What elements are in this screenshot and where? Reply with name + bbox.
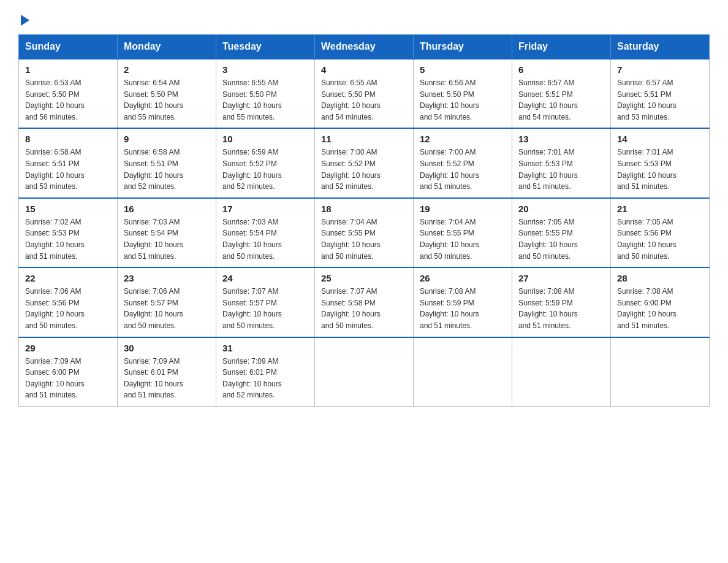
day-info: Sunrise: 7:02 AMSunset: 5:53 PMDaylight:… bbox=[25, 218, 85, 261]
day-number: 16 bbox=[124, 204, 210, 214]
day-number: 29 bbox=[25, 343, 111, 353]
calendar-day-cell: 19 Sunrise: 7:04 AMSunset: 5:55 PMDaylig… bbox=[414, 198, 512, 267]
day-info: Sunrise: 7:03 AMSunset: 5:54 PMDaylight:… bbox=[222, 218, 282, 261]
day-number: 18 bbox=[321, 204, 407, 214]
day-info: Sunrise: 6:54 AMSunset: 5:50 PMDaylight:… bbox=[124, 79, 183, 121]
calendar-day-cell: 2 Sunrise: 6:54 AMSunset: 5:50 PMDayligh… bbox=[118, 59, 216, 128]
calendar-week-row: 15 Sunrise: 7:02 AMSunset: 5:53 PMDaylig… bbox=[19, 198, 710, 267]
day-info: Sunrise: 7:01 AMSunset: 5:53 PMDaylight:… bbox=[617, 148, 677, 191]
day-number: 21 bbox=[617, 204, 703, 214]
calendar-day-cell bbox=[414, 337, 512, 407]
calendar-day-cell bbox=[512, 337, 611, 407]
calendar-header-saturday: Saturday bbox=[611, 35, 710, 59]
day-info: Sunrise: 6:56 AMSunset: 5:50 PMDaylight:… bbox=[420, 79, 479, 121]
calendar-day-cell: 21 Sunrise: 7:05 AMSunset: 5:56 PMDaylig… bbox=[611, 198, 710, 267]
calendar-header-sunday: Sunday bbox=[19, 35, 118, 59]
day-info: Sunrise: 7:07 AMSunset: 5:58 PMDaylight:… bbox=[321, 287, 381, 330]
day-number: 19 bbox=[420, 204, 506, 214]
day-info: Sunrise: 7:05 AMSunset: 5:55 PMDaylight:… bbox=[518, 218, 578, 261]
day-info: Sunrise: 7:05 AMSunset: 5:56 PMDaylight:… bbox=[617, 218, 677, 261]
calendar-day-cell: 8 Sunrise: 6:58 AMSunset: 5:51 PMDayligh… bbox=[19, 128, 118, 197]
day-number: 31 bbox=[222, 343, 308, 353]
day-number: 13 bbox=[518, 134, 604, 144]
calendar-day-cell: 1 Sunrise: 6:53 AMSunset: 5:50 PMDayligh… bbox=[19, 59, 118, 128]
calendar-day-cell: 25 Sunrise: 7:07 AMSunset: 5:58 PMDaylig… bbox=[315, 267, 414, 337]
calendar-day-cell: 15 Sunrise: 7:02 AMSunset: 5:53 PMDaylig… bbox=[19, 198, 118, 267]
calendar-table: SundayMondayTuesdayWednesdayThursdayFrid… bbox=[18, 34, 710, 407]
day-number: 14 bbox=[617, 134, 703, 144]
calendar-day-cell: 18 Sunrise: 7:04 AMSunset: 5:55 PMDaylig… bbox=[315, 198, 414, 267]
calendar-day-cell: 6 Sunrise: 6:57 AMSunset: 5:51 PMDayligh… bbox=[512, 59, 611, 128]
day-number: 1 bbox=[25, 64, 111, 75]
day-number: 25 bbox=[321, 273, 407, 283]
calendar-day-cell: 7 Sunrise: 6:57 AMSunset: 5:51 PMDayligh… bbox=[611, 59, 710, 128]
calendar-day-cell: 22 Sunrise: 7:06 AMSunset: 5:56 PMDaylig… bbox=[19, 267, 118, 337]
calendar-day-cell: 10 Sunrise: 6:59 AMSunset: 5:52 PMDaylig… bbox=[216, 128, 315, 197]
day-info: Sunrise: 7:04 AMSunset: 5:55 PMDaylight:… bbox=[321, 218, 381, 261]
day-info: Sunrise: 7:06 AMSunset: 5:56 PMDaylight:… bbox=[25, 287, 85, 330]
day-number: 27 bbox=[518, 273, 604, 283]
calendar-day-cell: 30 Sunrise: 7:09 AMSunset: 6:01 PMDaylig… bbox=[118, 337, 216, 407]
day-info: Sunrise: 6:58 AMSunset: 5:51 PMDaylight:… bbox=[124, 148, 183, 191]
day-number: 2 bbox=[124, 64, 210, 75]
day-info: Sunrise: 7:09 AMSunset: 6:01 PMDaylight:… bbox=[222, 357, 282, 400]
day-number: 15 bbox=[25, 204, 111, 214]
calendar-day-cell: 31 Sunrise: 7:09 AMSunset: 6:01 PMDaylig… bbox=[216, 337, 315, 407]
day-info: Sunrise: 7:08 AMSunset: 5:59 PMDaylight:… bbox=[420, 287, 479, 330]
day-number: 24 bbox=[222, 273, 308, 283]
day-number: 28 bbox=[617, 273, 703, 283]
logo-top bbox=[18, 12, 29, 26]
day-info: Sunrise: 6:53 AMSunset: 5:50 PMDaylight:… bbox=[25, 79, 85, 121]
calendar-day-cell: 28 Sunrise: 7:08 AMSunset: 6:00 PMDaylig… bbox=[611, 267, 710, 337]
day-info: Sunrise: 6:55 AMSunset: 5:50 PMDaylight:… bbox=[222, 79, 282, 121]
calendar-header-monday: Monday bbox=[118, 35, 216, 59]
calendar-day-cell: 20 Sunrise: 7:05 AMSunset: 5:55 PMDaylig… bbox=[512, 198, 611, 267]
day-info: Sunrise: 6:59 AMSunset: 5:52 PMDaylight:… bbox=[222, 148, 282, 191]
calendar-header-wednesday: Wednesday bbox=[315, 35, 414, 59]
calendar-day-cell: 26 Sunrise: 7:08 AMSunset: 5:59 PMDaylig… bbox=[414, 267, 512, 337]
calendar-week-row: 29 Sunrise: 7:09 AMSunset: 6:00 PMDaylig… bbox=[19, 337, 710, 407]
calendar-day-cell: 3 Sunrise: 6:55 AMSunset: 5:50 PMDayligh… bbox=[216, 59, 315, 128]
calendar-header-thursday: Thursday bbox=[414, 35, 512, 59]
day-number: 8 bbox=[25, 134, 111, 144]
calendar-header-row: SundayMondayTuesdayWednesdayThursdayFrid… bbox=[19, 35, 710, 59]
day-number: 12 bbox=[420, 134, 506, 144]
page-header bbox=[18, 12, 710, 23]
day-info: Sunrise: 7:01 AMSunset: 5:53 PMDaylight:… bbox=[518, 148, 578, 191]
day-number: 3 bbox=[222, 64, 308, 75]
calendar-day-cell: 27 Sunrise: 7:08 AMSunset: 5:59 PMDaylig… bbox=[512, 267, 611, 337]
calendar-day-cell bbox=[315, 337, 414, 407]
logo bbox=[18, 12, 29, 23]
day-number: 17 bbox=[222, 204, 308, 214]
calendar-day-cell: 4 Sunrise: 6:55 AMSunset: 5:50 PMDayligh… bbox=[315, 59, 414, 128]
day-info: Sunrise: 6:58 AMSunset: 5:51 PMDaylight:… bbox=[25, 148, 85, 191]
calendar-week-row: 1 Sunrise: 6:53 AMSunset: 5:50 PMDayligh… bbox=[19, 59, 710, 128]
calendar-day-cell: 23 Sunrise: 7:06 AMSunset: 5:57 PMDaylig… bbox=[118, 267, 216, 337]
day-info: Sunrise: 7:08 AMSunset: 5:59 PMDaylight:… bbox=[518, 287, 578, 330]
calendar-week-row: 22 Sunrise: 7:06 AMSunset: 5:56 PMDaylig… bbox=[19, 267, 710, 337]
day-number: 6 bbox=[518, 64, 604, 75]
day-info: Sunrise: 7:06 AMSunset: 5:57 PMDaylight:… bbox=[124, 287, 183, 330]
calendar-day-cell: 9 Sunrise: 6:58 AMSunset: 5:51 PMDayligh… bbox=[118, 128, 216, 197]
day-number: 10 bbox=[222, 134, 308, 144]
calendar-day-cell: 13 Sunrise: 7:01 AMSunset: 5:53 PMDaylig… bbox=[512, 128, 611, 197]
day-info: Sunrise: 7:08 AMSunset: 6:00 PMDaylight:… bbox=[617, 287, 677, 330]
calendar-day-cell: 11 Sunrise: 7:00 AMSunset: 5:52 PMDaylig… bbox=[315, 128, 414, 197]
calendar-week-row: 8 Sunrise: 6:58 AMSunset: 5:51 PMDayligh… bbox=[19, 128, 710, 197]
logo-triangle-icon bbox=[21, 15, 29, 26]
day-number: 23 bbox=[124, 273, 210, 283]
calendar-day-cell: 24 Sunrise: 7:07 AMSunset: 5:57 PMDaylig… bbox=[216, 267, 315, 337]
calendar-day-cell: 5 Sunrise: 6:56 AMSunset: 5:50 PMDayligh… bbox=[414, 59, 512, 128]
day-number: 30 bbox=[124, 343, 210, 353]
day-info: Sunrise: 6:57 AMSunset: 5:51 PMDaylight:… bbox=[617, 79, 677, 121]
calendar-header-friday: Friday bbox=[512, 35, 611, 59]
day-info: Sunrise: 7:09 AMSunset: 6:00 PMDaylight:… bbox=[25, 357, 85, 400]
calendar-day-cell: 16 Sunrise: 7:03 AMSunset: 5:54 PMDaylig… bbox=[118, 198, 216, 267]
calendar-day-cell: 14 Sunrise: 7:01 AMSunset: 5:53 PMDaylig… bbox=[611, 128, 710, 197]
day-info: Sunrise: 6:55 AMSunset: 5:50 PMDaylight:… bbox=[321, 79, 381, 121]
day-number: 26 bbox=[420, 273, 506, 283]
calendar-day-cell bbox=[611, 337, 710, 407]
calendar-day-cell: 29 Sunrise: 7:09 AMSunset: 6:00 PMDaylig… bbox=[19, 337, 118, 407]
calendar-day-cell: 17 Sunrise: 7:03 AMSunset: 5:54 PMDaylig… bbox=[216, 198, 315, 267]
day-info: Sunrise: 7:04 AMSunset: 5:55 PMDaylight:… bbox=[420, 218, 479, 261]
